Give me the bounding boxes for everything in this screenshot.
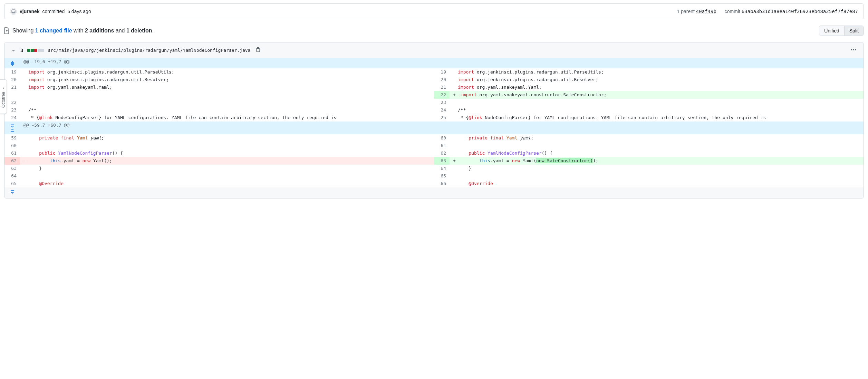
table-row: 59 private final Yaml yaml; 60 private f…: [4, 134, 864, 142]
table-row: 62 - this.yaml = new Yaml(); 63 + this.y…: [4, 157, 864, 165]
table-row: 22 + import org.yaml.snakeyaml.construct…: [4, 91, 864, 99]
file-change-count: 3: [20, 48, 23, 53]
diff-summary-row: Showing 1 changed file with 2 additions …: [0, 19, 868, 42]
copy-path-button[interactable]: [254, 46, 262, 55]
avatar: [10, 8, 17, 15]
table-row: 60 61: [4, 142, 864, 149]
hunk-text: @@ -59,7 +60,7 @@: [20, 122, 864, 134]
table-row: 63 } 64 }: [4, 165, 864, 172]
diff-table: @@ -19,6 +19,7 @@ 19 import org.jenkinsc…: [4, 58, 864, 198]
parent-info: 1 parent 40af49b: [677, 9, 716, 14]
diffstat-icon: [27, 49, 44, 52]
svg-point-6: [855, 49, 856, 50]
table-row: 65 @Override 66 @Override: [4, 180, 864, 187]
table-row: 61 public YamlNodeConfigParser() { 62 pu…: [4, 149, 864, 157]
hunk-header: @@ -19,6 +19,7 @@: [4, 58, 864, 68]
table-row: 22 23: [4, 99, 864, 106]
file-actions-menu[interactable]: [849, 45, 858, 55]
table-row: 21 import org.yaml.snakeyaml.Yaml; 21 im…: [4, 84, 864, 91]
expand-down-button[interactable]: [4, 187, 20, 198]
hunk-header: @@ -59,7 +60,7 @@: [4, 122, 864, 134]
collapse-file-button[interactable]: [10, 47, 17, 54]
octotree-tab[interactable]: › Octotree: [0, 79, 7, 114]
table-row: 23 /** 24 /**: [4, 106, 864, 114]
svg-point-4: [851, 49, 852, 50]
changed-files-link[interactable]: 1 changed file: [35, 28, 72, 33]
table-row: 64 65: [4, 172, 864, 180]
chevron-right-icon: ›: [3, 86, 4, 90]
diff-view-toggle: Unified Split: [819, 26, 864, 36]
clipboard-icon: [255, 47, 261, 52]
file-diff-box: 3 src/main/java/org/jenkinsci/plugins/ra…: [4, 42, 864, 198]
commit-header: vjuranek committed 6 days ago 1 parent 4…: [4, 3, 864, 19]
chevron-down-icon: [11, 48, 16, 53]
unified-button[interactable]: Unified: [819, 26, 845, 36]
table-row: 20 import org.jenkinsci.plugins.radargun…: [4, 76, 864, 84]
kebab-icon: [850, 47, 857, 53]
svg-point-1: [12, 11, 13, 11]
unfold-up-icon: [10, 128, 15, 133]
expand-up-button[interactable]: [4, 58, 20, 68]
commit-author[interactable]: vjuranek: [20, 9, 40, 14]
table-row: 24 * {@link NodeConfigParser} for YAML c…: [4, 114, 864, 122]
file-diff-icon: [4, 27, 10, 34]
unfold-down-icon: [10, 123, 15, 128]
file-header: 3 src/main/java/org/jenkinsci/plugins/ra…: [4, 42, 864, 58]
expand-down-row: [4, 187, 864, 198]
commit-verb: committed: [42, 9, 65, 14]
svg-point-5: [853, 49, 854, 50]
commit-info: commit 63aba3b31d1a8ea140f26923eb48a25ef…: [725, 9, 858, 14]
unfold-icon: [10, 61, 15, 66]
diff-summary-text: Showing 1 changed file with 2 additions …: [12, 28, 154, 34]
octotree-label: Octotree: [1, 92, 6, 108]
commit-sha: 63aba3b31d1a8ea140f26923eb48a25ef7f87e87: [742, 9, 858, 14]
hunk-text: @@ -19,6 +19,7 @@: [20, 58, 864, 68]
parent-sha[interactable]: 40af49b: [696, 9, 716, 14]
table-row: 19 import org.jenkinsci.plugins.radargun…: [4, 68, 864, 76]
commit-time: 6 days ago: [67, 9, 91, 14]
expand-button[interactable]: [4, 122, 20, 134]
unfold-down-icon: [10, 189, 15, 194]
split-button[interactable]: Split: [845, 26, 864, 36]
file-path[interactable]: src/main/java/org/jenkinsci/plugins/rada…: [48, 48, 250, 53]
